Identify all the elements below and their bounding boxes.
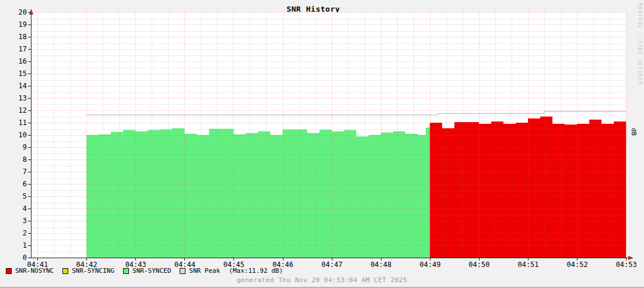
legend-item-syncing: SNR-SYNCING (62, 267, 114, 275)
svg-text:7: 7 (23, 168, 27, 176)
svg-text:11: 11 (19, 119, 27, 127)
svg-text:2: 2 (23, 229, 27, 237)
legend-label: SNR Peak (189, 267, 220, 275)
svg-text:04:52: 04:52 (567, 261, 588, 269)
legend-label: SNR-NOSYNC (15, 267, 54, 275)
svg-text:5: 5 (23, 192, 27, 200)
legend-item-synced: SNR-SYNCED (123, 267, 171, 275)
svg-text:12: 12 (19, 106, 27, 114)
svg-text:04:47: 04:47 (321, 261, 342, 269)
svg-text:18: 18 (19, 33, 27, 41)
svg-text:15: 15 (19, 70, 27, 78)
synced-color-swatch (123, 268, 129, 274)
svg-text:16: 16 (19, 57, 27, 65)
peak-color-swatch (180, 268, 186, 274)
svg-text:0: 0 (23, 254, 27, 262)
y-axis-unit-label: dB (630, 128, 638, 136)
svg-text:17: 17 (19, 45, 27, 53)
svg-text:04:49: 04:49 (419, 261, 440, 269)
svg-text:04:48: 04:48 (370, 261, 391, 269)
svg-text:04:53: 04:53 (616, 261, 637, 269)
legend-item-nosync: SNR-NOSYNC (6, 267, 54, 275)
rrdtool-watermark: RRDTOOL / TOBI OETIKER (637, 3, 642, 85)
svg-text:6: 6 (23, 180, 27, 188)
legend-item-peak: SNR Peak (180, 267, 220, 275)
legend-max-value: (Max:11.92 dB) (229, 267, 283, 275)
svg-text:13: 13 (19, 94, 27, 102)
svg-text:10: 10 (19, 131, 27, 139)
svg-text:20: 20 (19, 8, 27, 16)
svg-text:1: 1 (23, 241, 27, 249)
svg-text:04:51: 04:51 (517, 261, 538, 269)
nosync-color-swatch (6, 268, 12, 274)
max-label: (Max:11.92 dB) (229, 267, 283, 275)
svg-text:9: 9 (23, 143, 27, 151)
legend-label: SNR-SYNCED (132, 267, 171, 275)
svg-text:3: 3 (23, 217, 27, 225)
svg-text:19: 19 (19, 20, 27, 29)
svg-text:4: 4 (23, 204, 27, 213)
chart-legend: SNR-NOSYNC SNR-SYNCING SNR-SYNCED SNR Pe… (6, 267, 283, 275)
chart-canvas: 0123456789101112131415161718192004:4104:… (0, 0, 644, 288)
rrdtool-graph: SNR History 0123456789101112131415161718… (0, 0, 644, 288)
svg-text:04:50: 04:50 (468, 261, 489, 269)
svg-text:14: 14 (19, 82, 27, 90)
syncing-color-swatch (62, 268, 68, 274)
generated-timestamp: generated Thu Nov 20 04:53:04 AM CET 202… (0, 276, 644, 284)
legend-label: SNR-SYNCING (72, 267, 114, 275)
svg-text:8: 8 (23, 155, 27, 164)
